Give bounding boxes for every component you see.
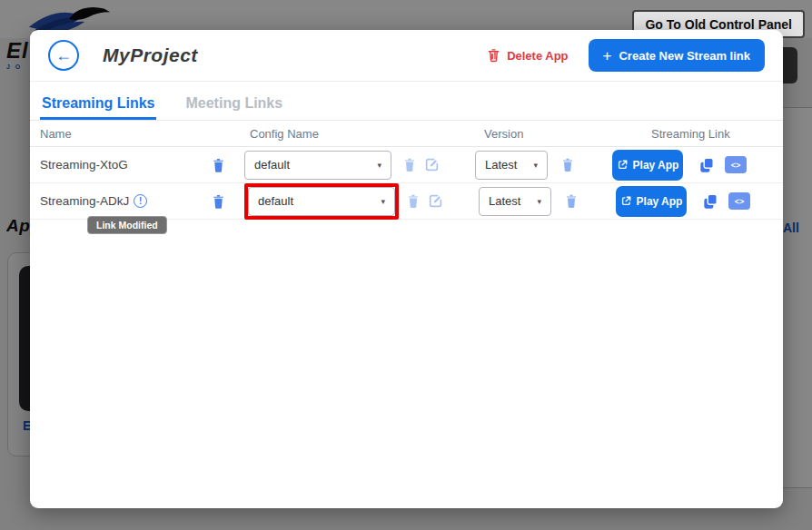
delete-config-button-disabled[interactable] [406,193,421,209]
back-arrow-icon: ← [55,46,72,65]
config-name-select[interactable]: default ▾ [248,187,395,216]
play-app-label: Play App [633,159,679,172]
edit-config-button-disabled[interactable] [428,193,443,209]
trash-icon [211,157,226,173]
version-select[interactable]: Latest ▾ [479,187,551,216]
copy-link-button[interactable] [701,192,719,211]
delete-app-button[interactable]: Delete App [487,48,568,63]
play-app-button[interactable]: Play App [612,150,683,181]
version-value: Latest [485,158,517,172]
version-select[interactable]: Latest ▾ [475,151,548,180]
project-modal: ← MyProject Delete App + Create New Stre… [30,30,783,508]
column-header-config-name: Config Name [250,127,319,141]
play-app-button[interactable]: Play App [616,186,687,217]
trash-outline-icon [487,48,500,63]
modal-header: ← MyProject Delete App + Create New Stre… [30,30,783,82]
chevron-down-icon: ▾ [533,161,538,170]
tab-bar: Streaming Links Meeting Links [30,83,783,121]
plus-icon: + [603,48,612,64]
edit-icon [424,157,440,172]
copy-icon [701,192,719,211]
table-header-row: Name Config Name Version Streaming Link [30,121,783,147]
table-row: Streaming-XtoG default ▾ Latest ▾ [30,147,783,183]
trash-icon [406,193,421,209]
stream-name: Streaming-ADkJ ! [40,194,211,208]
delete-stream-button[interactable] [211,193,226,210]
trash-icon [564,193,579,209]
version-value: Latest [489,194,520,208]
create-new-stream-link-label: Create New Stream link [619,49,750,63]
embed-code-button[interactable]: <> [725,156,747,173]
delete-version-button[interactable] [564,193,579,209]
config-name-select[interactable]: default ▾ [244,151,391,180]
chevron-down-icon: ▾ [377,161,381,170]
trash-icon [402,157,417,172]
back-button[interactable]: ← [48,40,79,71]
external-link-icon [620,195,632,207]
config-name-value: default [254,158,290,172]
copy-icon [698,156,716,174]
delete-app-label: Delete App [507,49,568,63]
page-title: MyProject [103,44,198,66]
edit-config-button-disabled[interactable] [424,157,440,172]
trash-icon [211,193,226,210]
play-app-label: Play App [637,195,683,208]
config-name-value: default [258,194,293,208]
trash-icon [560,157,575,172]
tab-meeting-links[interactable]: Meeting Links [183,86,284,120]
column-header-version: Version [484,127,523,141]
copy-link-button[interactable] [698,156,716,174]
column-header-streaming-link: Streaming Link [651,127,730,141]
code-icon: <> [731,161,741,170]
delete-version-button[interactable] [560,157,575,172]
code-icon: <> [735,197,745,206]
column-header-name: Name [40,127,72,141]
chevron-down-icon: ▾ [537,197,541,206]
tab-streaming-links[interactable]: Streaming Links [40,86,156,120]
external-link-icon [617,159,629,171]
table-row: Streaming-ADkJ ! default ▾ [30,183,783,220]
embed-code-button[interactable]: <> [728,192,750,210]
create-new-stream-link-button[interactable]: + Create New Stream link [589,39,765,72]
link-modified-warning-icon[interactable]: ! [134,194,147,208]
chevron-down-icon: ▾ [381,197,385,206]
edit-icon [428,193,443,209]
stream-name: Streaming-XtoG [40,158,211,172]
link-modified-tooltip: Link Modified [87,216,167,234]
stream-name-text: Streaming-ADkJ [40,194,129,208]
delete-config-button-disabled[interactable] [402,157,417,172]
modal-header-actions: Delete App + Create New Stream link [487,39,765,72]
highlight-box: default ▾ [244,183,399,220]
delete-stream-button[interactable] [211,157,226,173]
